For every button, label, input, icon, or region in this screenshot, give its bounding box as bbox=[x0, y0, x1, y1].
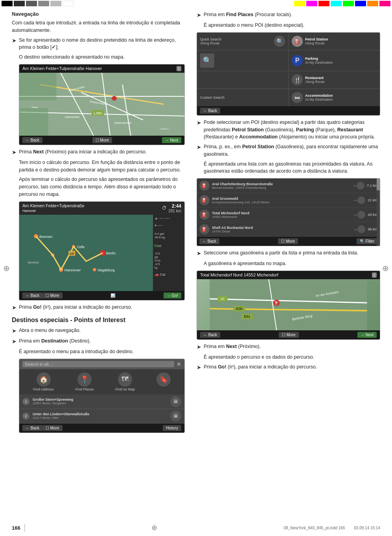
right-bullet-6: ➤ Prima Go! (Ir!), para iniciar a indica… bbox=[197, 363, 380, 372]
sub-2b: Após terminar o cálculo do percurso são … bbox=[19, 176, 185, 198]
nav-screen-1-header: Am Kleinen Felde×Tulpenstraße Hanover i bbox=[19, 64, 184, 73]
bullet-5: ➤ Prima em Destination (Destino). bbox=[12, 337, 185, 346]
gas-item-1[interactable]: ⛽ Aral Charlottenburg Bismarckstraße Bis… bbox=[197, 179, 380, 193]
gas-name-4: Shell A2 Buckautai Nord bbox=[212, 226, 351, 230]
scroll-indicator bbox=[377, 179, 380, 246]
find-places-btn[interactable]: 📍 Find Places bbox=[75, 372, 94, 391]
find-on-map-label: Find on Map bbox=[115, 387, 135, 391]
bullet-2: ➤ Prima Next (Próximo) para iniciar a in… bbox=[12, 148, 185, 157]
poi-restaurant[interactable]: 🍴 Restaurant Along Route bbox=[289, 71, 380, 88]
search-footer: ← Back ☐ More History bbox=[19, 424, 184, 433]
footer-divider bbox=[24, 524, 25, 532]
calib-block bbox=[63, 1, 74, 6]
svg-rect-19 bbox=[19, 215, 153, 290]
route-sidebar: ▲ ── ── ● ── 4.4 gal 46.6 kg Fast -0.0ga… bbox=[153, 215, 184, 291]
svg-rect-34 bbox=[210, 279, 367, 330]
more-btn-search[interactable]: ☐ More bbox=[42, 425, 63, 431]
poi-parking[interactable]: P Parking At My Destination bbox=[289, 50, 380, 71]
poi-petrol-station[interactable]: ⛽ Petrol Station Along Route bbox=[289, 33, 380, 50]
page-number: 166 bbox=[12, 525, 20, 531]
calib-block bbox=[343, 1, 354, 6]
gas-item-2[interactable]: ⛽ Aral Grunewald Kronprinzessinnenweg 12… bbox=[197, 193, 380, 208]
page-footer: 166 ⊕ 08_NewYork_840_845_pt.indd 166 03.… bbox=[12, 523, 380, 532]
history-btn[interactable]: History bbox=[163, 425, 181, 431]
right-bullet-1-arrow-icon: ➤ bbox=[197, 11, 201, 19]
gas-item-4[interactable]: ⛽ Shell A2 Buckautai Nord 14793 Ziesar ⇢… bbox=[197, 222, 380, 237]
poi-search[interactable]: 🔍 bbox=[197, 50, 288, 71]
gas-dist-3: 43 km bbox=[368, 213, 377, 217]
reg-mark-center: ⊕ bbox=[151, 523, 157, 532]
find-on-map-btn[interactable]: 🗺 Find on Map bbox=[115, 372, 135, 391]
search-result-1[interactable]: 1 Großer Stern×Spreeweg 10557 Berlin, Ti… bbox=[19, 394, 184, 409]
route-icon-3: ⇢ bbox=[353, 213, 357, 217]
result-addr-2: 10117 Berlin, Mitte bbox=[33, 416, 89, 420]
route-icon-4: ⇢ bbox=[353, 227, 357, 232]
filter-btn-gas[interactable]: 🔍 Filter bbox=[357, 238, 377, 244]
back-btn-1[interactable]: ← Back bbox=[22, 137, 42, 143]
back-btn-gas[interactable]: ← Back bbox=[199, 238, 219, 244]
svg-rect-9 bbox=[19, 108, 48, 136]
poi-quick-search[interactable]: Quick Search Along Route 🔍 bbox=[197, 33, 288, 50]
result-icon-2: 🏛 bbox=[170, 411, 181, 422]
calib-block bbox=[14, 1, 25, 6]
gas-map-header: Total Michendorf Nord 14552 Michendorf i bbox=[197, 271, 380, 279]
h2-title: Destinos especiais - Points of Interest bbox=[12, 317, 185, 324]
gas-map-footer: ← Back ☐ More → Next bbox=[197, 330, 380, 339]
footer-left: 166 bbox=[12, 524, 25, 532]
calib-block bbox=[306, 1, 317, 6]
section-title: Navegação bbox=[12, 11, 185, 17]
extra-search-icon: 🔖 bbox=[156, 372, 171, 387]
calibration-bar bbox=[0, 0, 392, 7]
find-address-btn[interactable]: 🏠 Find Address bbox=[33, 372, 54, 391]
search-icons-row: 🏠 Find Address 📍 Find Places 🗺 Find on M… bbox=[19, 369, 184, 394]
more-btn-gas-map[interactable]: ☐ More bbox=[279, 332, 299, 338]
reg-mark-left: ⊕ bbox=[3, 263, 10, 273]
svg-point-26 bbox=[93, 268, 96, 271]
poi-accommodation[interactable]: 🛏 Accommodation At My Destination bbox=[289, 89, 380, 106]
right-bullet-4-arrow-icon: ➤ bbox=[197, 249, 201, 258]
calib-right bbox=[196, 0, 392, 7]
gas-action-icon-1 bbox=[357, 182, 364, 190]
result-num-1: 1 bbox=[22, 398, 29, 405]
gas-dist-1: 7.1 km bbox=[367, 184, 377, 188]
gas-dist-2: 21 km bbox=[368, 198, 377, 202]
gas-dist-info-2: ⇢ bbox=[353, 196, 365, 204]
more-btn-1[interactable]: ☐ More bbox=[92, 137, 112, 143]
search-input[interactable]: Search in all... bbox=[22, 361, 174, 367]
gas-name-1: Aral Charlottenburg Bismarckstraße bbox=[212, 182, 350, 186]
more-btn-gas[interactable]: ☐ More bbox=[278, 238, 298, 244]
go-btn-route[interactable]: → Go! bbox=[164, 293, 181, 298]
right-column: ➤ Prima em Find Places (Procurar locais)… bbox=[197, 11, 380, 436]
right-sub-1: É apresentado o menu POI (destino especi… bbox=[204, 22, 380, 29]
more-btn-route[interactable]: ☐ More bbox=[42, 293, 63, 298]
bullet-arrow-icon: ➤ bbox=[12, 37, 17, 45]
sidebar-label: ▲ ── ── bbox=[155, 216, 183, 220]
custom-search-label: Custom Search bbox=[200, 96, 225, 99]
back-btn-poi[interactable]: ← Back bbox=[200, 108, 220, 114]
right-bullet-4-content: Seleccione uma gasolineira a partir da l… bbox=[204, 249, 380, 257]
search-result-2[interactable]: 2 Unter den Linden×Oberwallstraße 10117 … bbox=[19, 409, 184, 424]
poi-custom-search[interactable]: Custom Search bbox=[197, 89, 288, 106]
svg-text:E51: E51 bbox=[244, 315, 250, 319]
calib-block bbox=[2, 1, 13, 6]
calib-block bbox=[379, 1, 390, 6]
footer-center: ⊕ bbox=[151, 523, 157, 532]
info-icon: i bbox=[177, 66, 181, 71]
petrol-sub: Along Route bbox=[305, 41, 328, 45]
bullet-3-content: Prima Go! (Ir!), para iniciar a indicaçã… bbox=[19, 304, 185, 311]
back-btn-route[interactable]: ← Back bbox=[22, 293, 42, 298]
nav-screen-1: Am Kleinen Felde×Tulpenstraße Hanover i bbox=[19, 64, 185, 145]
result-addr-1: 10557 Berlin, Tiergarten bbox=[33, 402, 73, 405]
gas-item-3[interactable]: ⛽ Total Michendorf Nord 14552 Michendorf… bbox=[197, 208, 380, 222]
next-btn-1[interactable]: → Next bbox=[162, 137, 181, 143]
bullet-5-arrow-icon: ➤ bbox=[12, 337, 17, 346]
calib-block bbox=[50, 1, 61, 6]
right-bullet-3-content: Prima, p. ex., em Petrol Station (Gasoli… bbox=[204, 143, 380, 158]
back-btn-gas-map[interactable]: ← Back bbox=[200, 332, 220, 338]
next-btn-gas-map[interactable]: → Next bbox=[357, 332, 377, 338]
back-btn-search[interactable]: ← Back bbox=[22, 425, 42, 431]
date-info: 03.09.14 15:14 bbox=[354, 526, 380, 530]
extra-search-btn[interactable]: 🔖 bbox=[156, 372, 171, 391]
nav-screen-1-title: Am Kleinen Felde×Tulpenstraße Hanover bbox=[22, 66, 102, 71]
clear-icon[interactable]: ✕ bbox=[177, 361, 181, 367]
